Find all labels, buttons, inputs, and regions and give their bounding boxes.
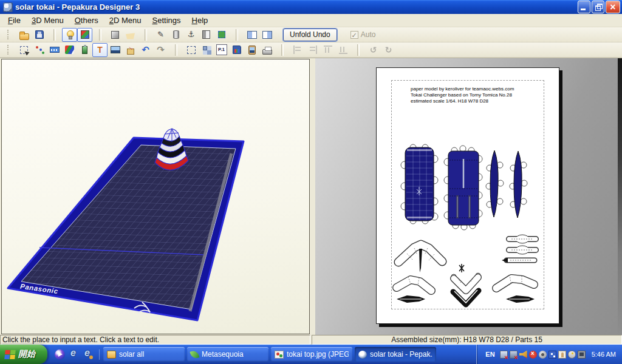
select-part-icon[interactable] [16,43,32,57]
view-3d-window-icon[interactable] [244,28,259,42]
zoom-select-icon[interactable] [183,43,199,57]
print-icon [262,49,272,55]
ime-language-icon[interactable] [549,351,556,359]
page-setup-icon[interactable] [214,43,229,57]
capture-page-icon[interactable] [244,43,259,57]
audio-mixer-icon[interactable] [539,351,547,359]
edit-flap-icon[interactable] [32,43,47,57]
language-indicator[interactable]: EN [483,349,497,359]
credit-line[interactable]: Tokai Challenger based on Tomy Tomica No… [411,92,514,98]
statusbar: Click the place to input a text. Click a… [0,335,622,345]
redo-icon[interactable] [153,43,168,57]
display-settings-icon[interactable] [578,351,586,359]
text-tool-icon [95,44,106,55]
toolbar-2d [0,42,622,58]
task-metasequoia[interactable]: Metasequoia [187,347,268,362]
undo-icon[interactable] [138,43,153,57]
task-solar-all[interactable]: solar all [103,347,185,362]
internet-explorer-icon[interactable] [69,349,79,360]
export-picture-icon[interactable] [229,43,244,57]
export-picture-icon [233,46,241,54]
system-tray: EN 5:46 AM [476,345,622,364]
toolbar-separator [175,44,177,56]
menu-3d[interactable]: 3D Menu [26,15,69,26]
arrange-parts-icon[interactable] [199,43,214,57]
fill-color-icon[interactable] [77,43,92,57]
align-left-icon[interactable] [290,43,305,57]
menu-settings[interactable]: Settings [147,15,186,26]
menu-help[interactable]: Help [186,15,214,26]
arrange-parts-icon [201,44,212,55]
toolbar-separator [350,43,366,57]
menu-others[interactable]: Others [69,15,104,26]
restore-button[interactable] [592,1,604,13]
capture-page-icon [248,46,256,55]
outlook-express-icon[interactable] [83,349,93,360]
credit-line[interactable]: estimated scale 1/64. H18 W78 D28 [411,98,514,104]
text-tool-icon[interactable] [92,43,108,57]
mouse-settings-icon[interactable] [568,351,576,359]
image-tool-icon[interactable] [108,43,123,57]
start-label: 開始 [18,349,35,360]
volume-muted-icon[interactable] [519,351,527,359]
menu-file[interactable]: File [2,15,26,26]
open-file-icon[interactable] [16,28,32,42]
view-2d-window-icon[interactable] [259,28,275,42]
credit-text-block[interactable]: paper model by keroliver for teamaoc.web… [411,86,514,104]
page-setup-icon [216,44,227,55]
mirror-panel-icon[interactable] [199,28,214,42]
edit-pencil-icon[interactable] [153,28,168,42]
task-solar-tokai-pepakura[interactable]: solar tokai - Pepak... [355,347,436,362]
toolbar-separator [229,28,244,42]
align-bottom-icon [338,44,349,55]
menu-2d[interactable]: 2D Menu [104,15,147,26]
open-box-icon[interactable] [123,28,138,42]
minimize-button[interactable] [578,1,590,13]
media-player-icon[interactable] [55,349,65,360]
rotate-left-90-icon [368,44,379,55]
edge-color-icon[interactable] [62,43,77,57]
page-margin-guide [391,80,544,309]
edge-color-icon [65,46,74,54]
windows-logo-icon [4,350,16,359]
start-button[interactable]: 開始 [0,345,47,364]
move-part-icon[interactable] [123,43,138,57]
toolbar-separator [357,44,360,56]
rotate-right-90-icon[interactable] [381,43,396,57]
credit-line[interactable]: paper model by keroliver for teamaoc.web… [411,86,514,92]
align-top-icon[interactable] [320,43,335,57]
3d-view-pane[interactable]: Panasonic [1,59,310,334]
texture-toggle-icon[interactable] [77,28,92,42]
print-icon[interactable] [259,43,275,57]
join-edge-icon[interactable] [47,43,62,57]
security-blocked-icon[interactable] [529,351,537,359]
pepakura-app-icon [3,2,13,12]
light-toggle-icon[interactable] [62,28,77,42]
rotate-left-90-icon[interactable] [366,43,381,57]
flat-shading-icon[interactable] [108,28,123,42]
anchor-tool-icon[interactable] [183,28,199,42]
toolbar-separator [92,28,108,42]
lan-disconnected-icon[interactable] [510,351,518,359]
save-file-icon[interactable] [32,28,47,42]
pane-splitter[interactable] [310,58,315,335]
solid-prism-icon[interactable] [168,28,183,42]
titlebar[interactable]: solar tokai - Pepakura Designer 3 [0,0,622,14]
align-right-icon[interactable] [305,43,320,57]
unfold-undo-button[interactable]: Unfold Undo [283,29,337,41]
2d-pattern-pane[interactable]: paper model by keroliver for teamaoc.web… [315,58,622,335]
texture-toggle-icon [81,30,89,39]
select-solid-icon[interactable] [214,28,229,42]
network-offline-icon[interactable] [500,351,508,359]
align-bottom-icon[interactable] [335,43,350,57]
tablet-service-icon[interactable] [558,351,566,359]
toolbar-separator [138,28,153,42]
undo-icon [140,44,151,55]
close-button[interactable] [606,1,620,13]
open-box-icon [126,33,135,39]
status-assembled-size: Assembled size(mm): H18 W78 D28 / Parts … [312,335,622,345]
task-tokai-top-jpg[interactable]: tokai top.jpg (JPEG... [271,347,352,362]
quick-launch [47,349,100,360]
select-part-icon [20,46,28,54]
auto-checkbox[interactable]: ✓ Auto [350,30,376,39]
